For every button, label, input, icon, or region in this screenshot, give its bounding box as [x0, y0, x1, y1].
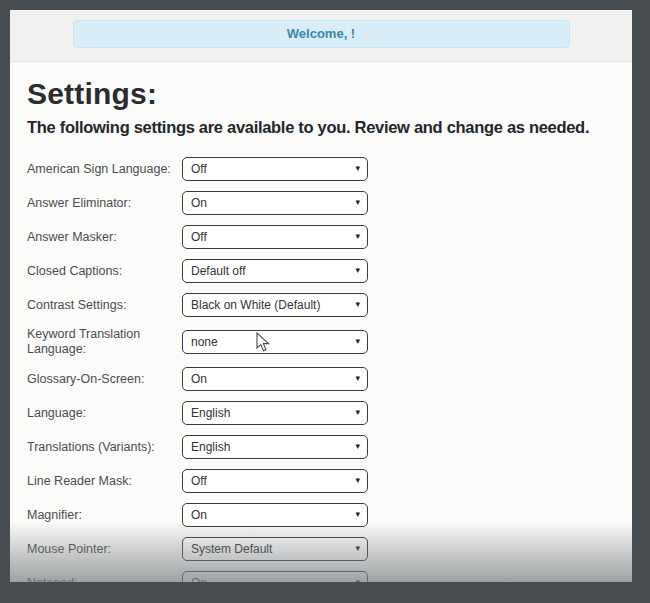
selected-value: On	[191, 372, 207, 386]
selected-value: Black on White (Default)	[191, 298, 320, 312]
setting-select-answer-eliminator[interactable]: On▾	[182, 191, 368, 215]
welcome-banner: Welcome, !	[73, 20, 570, 48]
chevron-down-icon: ▾	[355, 266, 360, 275]
chevron-down-icon: ▾	[355, 337, 360, 346]
setting-label-keyword-translation-language: Keyword Translation Language:	[27, 327, 182, 357]
chevron-down-icon: ▾	[355, 442, 360, 451]
setting-select-language[interactable]: English▾	[182, 401, 368, 425]
setting-select-glossary-on-screen[interactable]: On▾	[182, 367, 368, 391]
setting-row-answer-masker: Answer Masker:Off▾	[27, 225, 615, 249]
selected-value: Off	[191, 162, 207, 176]
setting-row-mouse-pointer: Mouse Pointer:System Default▾	[27, 537, 615, 561]
selected-value: English	[191, 440, 230, 454]
chevron-down-icon: ▾	[355, 544, 360, 553]
setting-label-magnifier: Magnifier:	[27, 508, 182, 523]
setting-label-translations-variants: Translations (Variants):	[27, 440, 182, 455]
setting-row-magnifier: Magnifier:On▾	[27, 503, 615, 527]
setting-select-keyword-translation-language[interactable]: none▾	[182, 330, 368, 354]
chevron-down-icon: ▾	[355, 578, 360, 582]
chevron-down-icon: ▾	[355, 300, 360, 309]
setting-select-notepad[interactable]: On▾	[182, 571, 368, 582]
setting-select-magnifier[interactable]: On▾	[182, 503, 368, 527]
setting-row-glossary-on-screen: Glossary-On-Screen:On▾	[27, 367, 615, 391]
setting-label-closed-captions: Closed Captions:	[27, 264, 182, 279]
selected-value: On	[191, 508, 207, 522]
page-title: Settings:	[27, 77, 615, 111]
selected-value: System Default	[191, 542, 272, 556]
selected-value: On	[191, 196, 207, 210]
setting-select-closed-captions[interactable]: Default off▾	[182, 259, 368, 283]
selected-value: Default off	[191, 264, 245, 278]
setting-label-notepad: Notepad:	[27, 576, 182, 583]
chevron-down-icon: ▾	[355, 408, 360, 417]
setting-select-mouse-pointer[interactable]: System Default▾	[182, 537, 368, 561]
setting-select-contrast-settings[interactable]: Black on White (Default)▾	[182, 293, 368, 317]
setting-label-answer-masker: Answer Masker:	[27, 230, 182, 245]
browser-page: Welcome, ! Settings: The following setti…	[10, 10, 632, 582]
setting-row-line-reader-mask: Line Reader Mask:Off▾	[27, 469, 615, 493]
setting-select-answer-masker[interactable]: Off▾	[182, 225, 368, 249]
main-content: Settings: The following settings are ava…	[10, 77, 632, 582]
page-header: Welcome, !	[10, 10, 632, 62]
setting-label-answer-eliminator: Answer Eliminator:	[27, 196, 182, 211]
setting-row-keyword-translation-language: Keyword Translation Language:none▾	[27, 327, 615, 357]
selected-value: On	[191, 576, 207, 582]
setting-label-language: Language:	[27, 406, 182, 421]
setting-row-notepad: Notepad:On▾	[27, 571, 615, 582]
setting-label-mouse-pointer: Mouse Pointer:	[27, 542, 182, 557]
setting-row-american-sign-language: American Sign Language:Off▾	[27, 157, 615, 181]
setting-label-contrast-settings: Contrast Settings:	[27, 298, 182, 313]
selected-value: none	[191, 335, 218, 349]
settings-list: American Sign Language:Off▾Answer Elimin…	[27, 157, 615, 582]
setting-label-line-reader-mask: Line Reader Mask:	[27, 474, 182, 489]
setting-select-line-reader-mask[interactable]: Off▾	[182, 469, 368, 493]
chevron-down-icon: ▾	[355, 510, 360, 519]
page-subtitle: The following settings are available to …	[27, 117, 615, 137]
selected-value: Off	[191, 474, 207, 488]
setting-row-contrast-settings: Contrast Settings:Black on White (Defaul…	[27, 293, 615, 317]
selected-value: Off	[191, 230, 207, 244]
setting-select-translations-variants[interactable]: English▾	[182, 435, 368, 459]
setting-select-american-sign-language[interactable]: Off▾	[182, 157, 368, 181]
setting-label-american-sign-language: American Sign Language:	[27, 162, 182, 177]
chevron-down-icon: ▾	[355, 232, 360, 241]
screenshot-frame: Welcome, ! Settings: The following setti…	[0, 0, 650, 603]
chevron-down-icon: ▾	[355, 374, 360, 383]
setting-row-language: Language:English▾	[27, 401, 615, 425]
setting-row-translations-variants: Translations (Variants):English▾	[27, 435, 615, 459]
setting-row-answer-eliminator: Answer Eliminator:On▾	[27, 191, 615, 215]
chevron-down-icon: ▾	[355, 198, 360, 207]
chevron-down-icon: ▾	[355, 476, 360, 485]
setting-row-closed-captions: Closed Captions:Default off▾	[27, 259, 615, 283]
selected-value: English	[191, 406, 230, 420]
setting-label-glossary-on-screen: Glossary-On-Screen:	[27, 372, 182, 387]
chevron-down-icon: ▾	[355, 164, 360, 173]
